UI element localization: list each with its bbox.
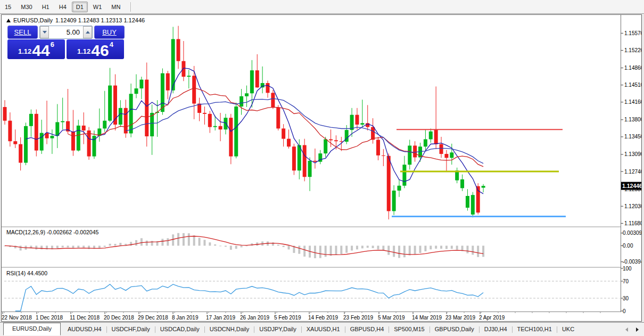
macd-histogram-bar (351, 245, 353, 250)
sell-button[interactable]: SELL (7, 26, 38, 39)
candlestick (245, 93, 249, 96)
chart-tab-gbpusd-daily[interactable]: GBPUSD,Daily (430, 324, 479, 335)
macd-histogram-bar (183, 233, 185, 246)
chart-tab-audusd-h4[interactable]: AUDUSD,H4 (63, 324, 106, 335)
chart-tab-usdjpy-daily[interactable]: USDJPY,Daily (254, 324, 301, 335)
volume-increase-button[interactable] (83, 26, 92, 38)
sell-price-sup: 6 (51, 40, 54, 48)
macd-histogram-bar (424, 245, 426, 251)
collapse-indicator-icon[interactable] (6, 19, 11, 22)
chart-tab-sp500-m15[interactable]: SP500,M15 (389, 324, 429, 335)
buy-price-sup: 4 (110, 40, 113, 48)
chart-tab-ukc[interactable]: UKC (557, 324, 579, 335)
chart-tab-gbpusd-h4[interactable]: GBPUSD,H4 (345, 324, 389, 335)
macd-histogram-bar (456, 245, 458, 250)
candlestick (329, 140, 333, 141)
chart-tab-usdchf-daily[interactable]: USDCHF,Daily (107, 324, 155, 335)
macd-histogram-bar (245, 245, 247, 246)
macd-histogram-bar (20, 245, 22, 250)
macd-histogram-bar (472, 245, 474, 255)
candlestick (208, 114, 212, 127)
macd-histogram-bar (409, 245, 411, 255)
sell-price-display[interactable]: 1.12 44 6 (7, 39, 65, 59)
candlestick (255, 70, 259, 87)
candlestick (181, 61, 185, 77)
candlestick (334, 140, 338, 141)
time-axis-label: 5 Feb 2019 (274, 315, 301, 321)
chart-tab-eurusd-daily[interactable]: EURUSD,Daily (3, 323, 61, 335)
macd-histogram-bar (130, 242, 132, 245)
timeframe-button-d1[interactable]: D1 (72, 2, 88, 12)
macd-histogram-bar (298, 245, 300, 253)
candlestick (466, 196, 469, 208)
candlestick (77, 126, 80, 151)
time-axis-label: 20 Dec 2018 (104, 315, 134, 321)
candlestick (402, 165, 406, 185)
macd-histogram-bar (203, 240, 205, 245)
candlestick (382, 155, 385, 156)
timeframe-button-w1[interactable]: W1 (89, 2, 106, 12)
chart-tab-usdcad-daily[interactable]: USDCAD,Daily (155, 324, 204, 335)
macd-histogram-bar (114, 244, 116, 245)
chart-tab-xauusd-h1[interactable]: XAUUSD,H1 (302, 324, 345, 335)
tabs-scroll-left-button[interactable] (623, 326, 630, 333)
macd-histogram-bar (482, 245, 484, 257)
macd-histogram-bar (367, 245, 369, 248)
macd-axis-label: 0.00 (623, 243, 633, 249)
macd-histogram-bar (283, 245, 285, 247)
rsi-line (15, 284, 483, 311)
candlestick (13, 141, 17, 144)
sell-price-big: 44 (32, 44, 49, 57)
macd-histogram-bar (146, 241, 148, 246)
candlestick (292, 146, 296, 170)
time-axis-label: 14 Mar 2019 (412, 315, 442, 321)
candlestick (313, 161, 317, 162)
candlestick (282, 128, 285, 138)
candlestick (376, 140, 380, 155)
timeframe-toolbar: 15M30H1H4D1W1MN (0, 0, 644, 14)
candlestick (119, 108, 122, 125)
buy-price-display[interactable]: 1.12 46 4 (67, 39, 124, 59)
chart-canvas[interactable]: 1.155701.152201.148601.145101.141601.138… (2, 15, 641, 322)
candlestick (355, 115, 359, 125)
timeframe-button-mn[interactable]: MN (107, 2, 125, 12)
macd-histogram-bar (177, 233, 179, 246)
timeframe-button-15[interactable]: 15 (1, 2, 15, 12)
chart-tab-dj30-h4[interactable]: DJ30,H4 (480, 324, 512, 335)
candlestick (71, 132, 75, 151)
macd-histogram-bar (466, 245, 468, 253)
candlestick (50, 136, 54, 138)
timeframe-button-m30[interactable]: M30 (16, 2, 36, 12)
candlestick (139, 80, 143, 89)
macd-histogram-bar (225, 245, 227, 247)
macd-histogram-bar (109, 244, 111, 246)
macd-histogram-bar (104, 245, 106, 247)
macd-histogram-bar (477, 245, 479, 257)
macd-histogram-bar (319, 245, 321, 258)
candlestick (55, 122, 59, 136)
time-axis-label: 14 Feb 2019 (308, 315, 338, 321)
buy-button[interactable]: BUY (94, 26, 125, 39)
candlestick (187, 76, 191, 77)
chart-tab-usdcnh-daily[interactable]: USDCNH,Daily (205, 324, 254, 335)
volume-input[interactable]: 5.00 (49, 26, 83, 38)
candlestick (219, 126, 222, 129)
macd-histogram-bar (430, 245, 432, 249)
tabs-scroll-right-button[interactable] (633, 326, 641, 333)
macd-histogram-bar (314, 245, 316, 258)
macd-histogram-bar (419, 245, 422, 253)
candlestick (35, 114, 38, 151)
candlestick (350, 115, 354, 130)
rsi-axis-label: 0 (623, 308, 626, 314)
rsi-axis-label: 100 (623, 266, 632, 272)
macd-histogram-bar (77, 245, 79, 248)
candlestick (360, 123, 364, 125)
macd-histogram-bar (387, 245, 390, 255)
timeframe-button-h1[interactable]: H1 (38, 2, 54, 12)
timeframe-button-h4[interactable]: H4 (55, 2, 71, 12)
time-axis-label: 5 Mar 2019 (378, 315, 405, 321)
candlestick (161, 73, 164, 112)
chart-tab-tech100-h1[interactable]: TECH100,H1 (513, 324, 557, 335)
macd-histogram-bar (82, 245, 85, 247)
volume-decrease-button[interactable] (40, 26, 49, 38)
